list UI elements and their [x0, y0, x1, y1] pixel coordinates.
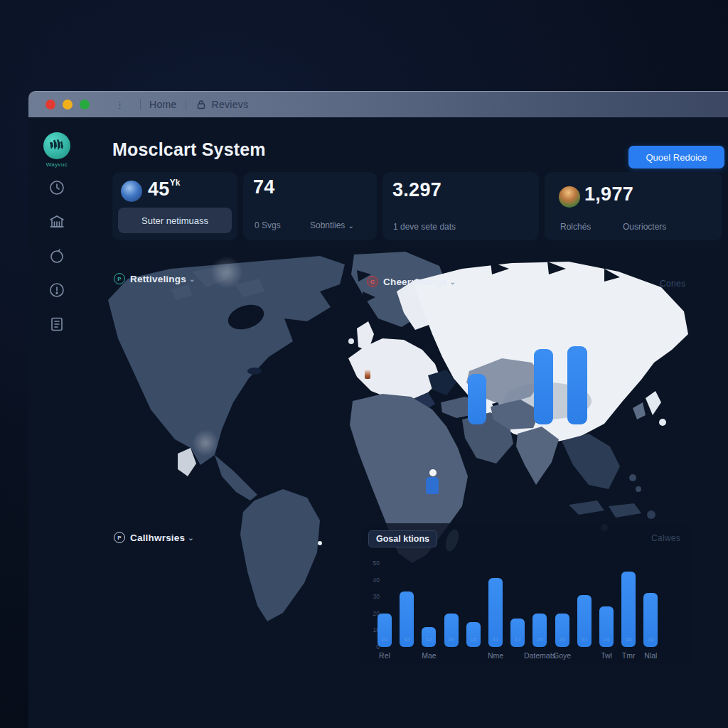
chart-bar: 45 [621, 572, 636, 647]
chart-bar: 33 [400, 592, 414, 647]
window-zoom-button[interactable] [80, 100, 90, 109]
stopwatch-icon[interactable] [48, 247, 65, 264]
chart-bar: 20 [555, 614, 569, 647]
bottom-icon: P [114, 532, 125, 543]
stat-value: 45Yk [148, 178, 180, 200]
chevron-down-icon: ⌄ [449, 278, 456, 286]
x-axis-label: Goye [553, 651, 571, 660]
stat-sublabel: Ousriocters [623, 222, 666, 232]
app-logo[interactable] [43, 132, 70, 159]
map-overlay-dropdown[interactable]: C Cheerurcings ⌄ [367, 276, 456, 287]
chevron-down-icon: ⌄ [188, 534, 194, 542]
y-axis-tick: 40 [364, 577, 380, 584]
tab-home[interactable]: Home [149, 99, 177, 110]
avatar [559, 186, 580, 208]
stat-dropdown[interactable]: Sobntlies⌄ [310, 220, 354, 230]
stat-sublabel: Rolchés [560, 222, 591, 232]
divider [140, 99, 141, 110]
x-axis-label: Twl [601, 651, 612, 660]
stat-value: 74 [253, 176, 275, 198]
divider [186, 99, 186, 110]
chart-corner-label: Calwes [651, 533, 680, 543]
document-icon[interactable] [48, 316, 65, 333]
map-bottom-dropdown[interactable]: P Callhwrsies ⌄ [114, 532, 194, 543]
avatar [121, 181, 142, 202]
chart-title[interactable]: Gosal ktions [368, 530, 437, 547]
chart-bar: 15 [466, 622, 481, 647]
x-axis-label: Datemats [524, 651, 556, 660]
alert-circle-icon[interactable] [48, 282, 65, 299]
map-glow [210, 256, 243, 289]
chart-bar: 20 [444, 614, 459, 647]
page-title: Mosclcart System [112, 139, 266, 160]
chart-bar: 24 [599, 606, 614, 647]
window-minimize-button[interactable] [63, 100, 73, 109]
browser-chrome: ⋮ Home Revievs [28, 91, 728, 117]
logo-label: Wayvuc [31, 161, 82, 168]
map-flag-marker [365, 370, 370, 379]
x-axis-label: Mae [422, 651, 436, 660]
map-column-bar [468, 374, 486, 424]
building-icon[interactable] [48, 213, 65, 230]
chevron-down-icon: ⌄ [348, 222, 353, 230]
map-column-bar [567, 346, 587, 424]
dashboard-screenshot: ⋮ Home Revievs Wayvuc [0, 0, 728, 728]
map-glow [192, 429, 219, 456]
x-axis-label: Nlal [644, 651, 657, 660]
map-regions-dropdown[interactable]: P Rettivelings ⌄ [114, 273, 196, 284]
chart-bar: 32 [643, 593, 658, 647]
chart-bar: 31 [577, 595, 592, 647]
window-close-button[interactable] [46, 100, 55, 109]
x-axis-label: Tmr [622, 651, 636, 660]
primary-action-button[interactable]: Quoel Redoice [628, 146, 724, 168]
y-axis-tick: 30 [364, 593, 380, 600]
map-person-marker [426, 469, 439, 494]
y-axis-tick: 50 [364, 560, 380, 567]
chart-bar: 17 [510, 619, 525, 647]
chart-bar: 12 [422, 627, 436, 647]
clock-icon[interactable] [48, 179, 65, 196]
stat-value: 3.297 [392, 179, 441, 201]
stat-sublabel: 1 deve sete dats [393, 222, 456, 232]
stat-sublabel: 0 Svgs [255, 220, 281, 230]
stat-value: 1,977 [584, 183, 633, 205]
chart-bar: 41 [488, 578, 503, 647]
map-column-bar [534, 349, 553, 424]
tab-reviews[interactable]: Revievs [212, 99, 249, 110]
tab-menu-icon[interactable]: ⋮ [115, 100, 124, 110]
x-axis-label: Rel [379, 651, 390, 660]
chart-bar: 20 [532, 614, 547, 647]
chevron-down-icon: ⌄ [189, 275, 196, 283]
regions-icon: P [114, 273, 125, 284]
chart-bar: 20 [378, 614, 392, 647]
lock-icon [196, 100, 206, 109]
map-corner-label: Cones [660, 279, 685, 289]
overlay-icon: C [367, 276, 378, 287]
x-axis-label: Nme [488, 651, 503, 660]
stat-pill[interactable]: Suter netimuass [118, 208, 232, 233]
